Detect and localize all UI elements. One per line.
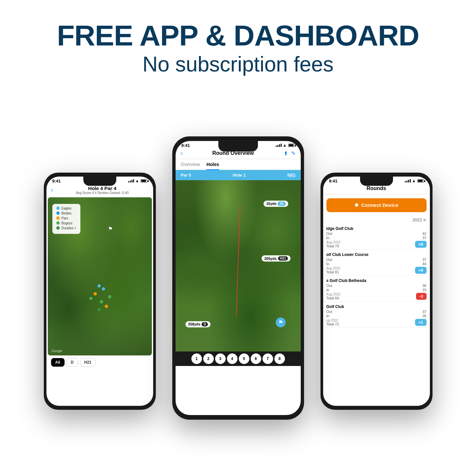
in-label-3: In: [326, 314, 329, 318]
hole-btn-7[interactable]: 7: [263, 353, 273, 364]
hole-btn-5[interactable]: 5: [239, 353, 249, 364]
phone-left: 9:41 ▲ ‹ Hole 4 Par 4 Avg Sc: [44, 173, 156, 410]
connect-device-button[interactable]: ✱ Connect Device: [326, 198, 427, 212]
share-icon[interactable]: ⬆: [284, 150, 288, 156]
legend-pars: Pars: [56, 216, 76, 220]
wifi-icon-center: ▲: [283, 143, 287, 148]
hole-btn-8[interactable]: 8: [274, 353, 285, 364]
notch-left: [83, 177, 116, 186]
hole-title-main: Hole 4 Par 4: [56, 185, 149, 191]
score-badge-3: +1: [415, 319, 427, 326]
round-entry-0: idge Golf Club Out 42 In 37 Aug 2022 Tot…: [323, 224, 430, 250]
course-name-2: s Golf Club Bethesda: [326, 278, 427, 283]
out-row-1: Out 37: [326, 258, 427, 262]
total-label-0: Total 79: [326, 244, 341, 248]
in-label-1: In: [326, 262, 329, 266]
c-signal-2: [277, 145, 278, 147]
phone-left-screen: 9:41 ▲ ‹ Hole 4 Par 4 Avg Sc: [46, 177, 153, 406]
edit-icon[interactable]: ✎: [291, 150, 295, 156]
out-val-1: 37: [422, 258, 426, 262]
tab-overview[interactable]: Overview: [181, 159, 200, 170]
time-left: 9:41: [52, 179, 61, 183]
nav-icons: ⬆ ✎: [284, 150, 295, 156]
map-center[interactable]: 16yds 58 205yds H21 258yds D ⚑: [176, 180, 301, 351]
scatter-dot-2: [102, 287, 105, 291]
r-signal-4: [410, 179, 411, 182]
yardage-16-text: 16yds: [266, 202, 276, 206]
round-entry-1: olf Club Lower Course Out 37 In 44 Aug 2…: [323, 250, 430, 276]
round-entry-2: s Golf Club Bethesda Out 36 In 33 Aug 20…: [323, 276, 430, 302]
round-scores-3: Out 37 In 35: [326, 310, 427, 318]
battery-icon-right: [417, 179, 424, 182]
yardage-205-text: 205yds: [264, 257, 276, 261]
date-0: Aug 2022: [326, 240, 341, 244]
btn-all[interactable]: All: [51, 358, 65, 367]
signal-bar-3: [131, 180, 132, 182]
total-row-1: Aug 2022 Total 81 +9: [326, 266, 427, 274]
hole-btn-1[interactable]: 1: [191, 353, 202, 364]
time-center: 9:41: [182, 143, 190, 148]
hole-btn-2[interactable]: 2: [203, 353, 214, 364]
hole-btn-6[interactable]: 6: [251, 353, 261, 364]
map-left[interactable]: Eagles Birdies Pars Bogeys: [48, 197, 152, 355]
legend-label-eagles: Eagles: [62, 207, 72, 210]
year-filter-row: 2022 ≡: [323, 216, 430, 224]
notch-center: [218, 141, 258, 152]
course-name-3: Golf Club: [326, 304, 427, 309]
legend-dot-pars: [56, 216, 60, 220]
legend-box: Eagles Birdies Pars Bogeys: [52, 204, 80, 234]
wifi-icon-left: ▲: [135, 179, 139, 183]
out-val-2: 36: [422, 284, 426, 288]
tab-holes[interactable]: Holes: [207, 159, 219, 170]
out-label-1: Out: [326, 258, 332, 262]
in-row-2: In 33: [326, 288, 427, 292]
hole-btn-4[interactable]: 4: [227, 353, 238, 364]
course-name-1: olf Club Lower Course: [326, 252, 427, 257]
total-label-1: Total 81: [326, 270, 341, 274]
r-signal-3: [408, 180, 409, 182]
scatter-dot-1: [98, 284, 101, 288]
score-badge-2: -3: [416, 293, 427, 300]
wifi-icon-right: ▲: [412, 179, 416, 183]
par-label: Par 5: [181, 173, 191, 178]
status-icons-center: ▲: [276, 143, 295, 148]
signal-bar-4: [133, 179, 134, 182]
date-2: Aug 2022: [326, 293, 341, 296]
in-label-0: In: [326, 236, 329, 240]
scatter-dot-4: [108, 295, 111, 298]
yardage-badge-16: 16yds 58: [264, 201, 288, 207]
btn-h21[interactable]: H21: [80, 358, 96, 367]
time-right: 9:41: [329, 179, 338, 183]
hole-label: Hole 1: [233, 173, 246, 178]
btn-d[interactable]: D: [67, 358, 78, 367]
sub-title: No subscription fees: [57, 52, 419, 77]
hole-title: Hole 4 Par 4 Avg Score 4.4 Strokes Gaine…: [56, 185, 149, 195]
legend-label-pars: Pars: [62, 216, 69, 220]
bluetooth-icon: ✱: [354, 202, 359, 208]
in-row-0: In 37: [326, 236, 427, 240]
course-name-0: idge Golf Club: [326, 226, 427, 231]
phones-container: 9:41 ▲ ‹ Hole 4 Par 4 Avg Sc: [24, 90, 452, 420]
phone-center-screen: 9:41 ▲ ‹ Round Overview ⬆: [176, 141, 301, 415]
out-label-0: Out: [326, 232, 332, 236]
google-label: Google: [52, 349, 62, 353]
in-row-3: In 35: [326, 314, 427, 318]
scatter-dot-3: [94, 292, 97, 295]
yardage-badge-258: 258yds D: [185, 321, 211, 327]
r-signal-1: [405, 181, 406, 182]
hole-btn-3[interactable]: 3: [215, 353, 226, 364]
signal-bar-1: [128, 181, 129, 182]
legend-birdies: Birdies: [56, 211, 76, 215]
scatter-dot-6: [89, 297, 93, 300]
out-row-3: Out 37: [326, 310, 427, 314]
round-scores-0: Out 42 In 37: [326, 232, 427, 240]
back-arrow-left[interactable]: ‹: [51, 186, 53, 193]
legend-dot-bogeys: [56, 221, 60, 225]
flag-marker: ⚑: [108, 226, 113, 232]
c-signal-4: [281, 144, 282, 147]
in-val-2: 33: [422, 288, 426, 292]
in-val-0: 37: [422, 236, 426, 240]
hole-info-bar: Par 5 Hole 1 5(E): [176, 170, 301, 180]
c-signal-3: [279, 144, 280, 147]
filter-icon[interactable]: ≡: [423, 217, 426, 222]
